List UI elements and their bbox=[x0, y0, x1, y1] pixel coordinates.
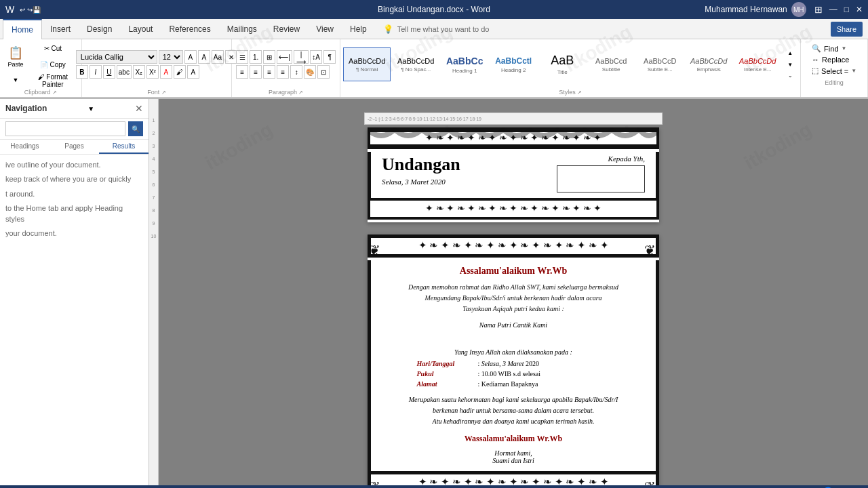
style-title-name: Title bbox=[557, 69, 568, 75]
cut-button[interactable]: ✂ Cut bbox=[28, 41, 77, 56]
page-top-section[interactable]: ✦ ❧ ✦ ❧ ✦ ❧ ✦ ❧ ✦ ❧ ✦ ❧ ✦ ❧ ✦ ❧ ✦ Undang… bbox=[368, 127, 659, 222]
maximize-btn[interactable]: □ bbox=[844, 5, 849, 14]
find-button[interactable]: 🔍 Find ▼ bbox=[806, 43, 862, 54]
subscript-button[interactable]: X₂ bbox=[133, 65, 145, 79]
alamat-label: Alamat bbox=[417, 380, 478, 388]
style-emphasis[interactable]: AaBbCcDd Emphasis bbox=[685, 47, 732, 81]
line-spacing[interactable]: ↕ bbox=[290, 65, 302, 79]
show-hide-button[interactable]: ¶ bbox=[323, 50, 336, 64]
increase-indent[interactable]: |⟶ bbox=[294, 50, 309, 64]
nav-dropdown-icon[interactable]: ▼ bbox=[87, 105, 94, 113]
tab-mailings[interactable]: Mailings bbox=[219, 19, 265, 39]
align-center[interactable]: ≡ bbox=[250, 65, 262, 79]
bold-button[interactable]: B bbox=[76, 65, 88, 79]
styles-scroll-btns: ▲ ▼ ⌄ bbox=[783, 47, 797, 81]
border-button[interactable]: ⊡ bbox=[317, 65, 330, 79]
style-subtitle[interactable]: AaBbCcd Subtitle bbox=[587, 47, 635, 81]
format-painter-group: ✂ Cut 📄 Copy 🖌 Format Painter bbox=[28, 41, 77, 88]
document-area[interactable]: -2·-1·|·1·2·3·4·5·6·7·8·9·10·11·12·13·14… bbox=[159, 99, 868, 485]
font-name-select[interactable]: Lucida Callig bbox=[76, 50, 157, 64]
wm-5: itkoding bbox=[159, 99, 341, 234]
font-row2: B I U abc X₂ X² A 🖌 A bbox=[76, 65, 237, 79]
nav-tab-results[interactable]: Results bbox=[99, 140, 149, 154]
select-button[interactable]: ⬚ Select = ▼ bbox=[806, 66, 862, 76]
nav-search-button[interactable]: 🔍 bbox=[128, 121, 143, 136]
nav-close-btn[interactable]: ✕ bbox=[135, 103, 143, 114]
paste-button[interactable]: 📋 Paste bbox=[4, 42, 27, 72]
navigation-panel: Navigation ▼ ✕ 🔍 Headings Pages Results … bbox=[0, 99, 149, 485]
style-h1[interactable]: AaBbCc Heading 1 bbox=[441, 47, 488, 81]
select-caret: ▼ bbox=[851, 68, 856, 74]
style-title[interactable]: AaB Title bbox=[538, 47, 586, 81]
styles-expand[interactable]: ⌄ bbox=[783, 70, 797, 81]
format-painter-button[interactable]: 🖌 Format Painter bbox=[28, 73, 77, 88]
tab-design[interactable]: Design bbox=[79, 19, 120, 39]
tab-view[interactable]: View bbox=[308, 19, 342, 39]
nav-line-4: to the Home tab and apply Heading styles bbox=[5, 203, 143, 224]
font-grow-button[interactable]: A bbox=[184, 50, 197, 64]
sidebar-toggle-icon[interactable]: ⊞ bbox=[814, 4, 823, 15]
font-color-button[interactable]: A bbox=[160, 65, 172, 79]
ornate-border-top: ✦ ❧ ✦ ❧ ✦ ❧ ✦ ❧ ✦ ❧ ✦ ❧ ✦ ❧ ✦ ❧ ✦ bbox=[368, 127, 659, 149]
close-btn[interactable]: ✕ bbox=[856, 5, 863, 14]
highlight-button[interactable]: 🖌 bbox=[174, 65, 186, 79]
style-h2[interactable]: AaBbCctl Heading 2 bbox=[490, 47, 537, 81]
font-size-select[interactable]: 12 bbox=[159, 50, 183, 64]
minimize-btn[interactable]: — bbox=[829, 5, 837, 14]
decrease-indent[interactable]: ⟵| bbox=[277, 50, 292, 64]
tab-insert[interactable]: Insert bbox=[42, 19, 79, 39]
body-content: Assalamu'alaikum Wr.Wb Dengan memohon ra… bbox=[368, 260, 659, 471]
style-normal[interactable]: AaBbCcDd ¶ Normal bbox=[343, 47, 391, 81]
font-label: Font ↗ bbox=[147, 89, 166, 96]
kepada-yth-box[interactable] bbox=[557, 165, 645, 192]
copy-button[interactable]: 📄 Copy bbox=[28, 57, 77, 72]
styles-scroll-up[interactable]: ▲ bbox=[783, 47, 797, 59]
justify[interactable]: ≡ bbox=[277, 65, 289, 79]
tab-review[interactable]: Review bbox=[265, 19, 308, 39]
tab-layout[interactable]: Layout bbox=[120, 19, 161, 39]
svg-rect-3 bbox=[370, 144, 656, 146]
superscript-button[interactable]: X² bbox=[146, 65, 159, 79]
style-nospace[interactable]: AaBbCcDd ¶ No Spac... bbox=[392, 47, 439, 81]
sort-button[interactable]: ↕A bbox=[310, 50, 322, 64]
para-controls: ☰ 1. ⊞ ⟵| |⟶ ↕A ¶ ≡ ≡ ≡ ≡ ↕ 🎨 ⊡ bbox=[236, 41, 336, 88]
page-bottom-section[interactable]: ✦ ❧ ✦ ❧ ✦ ❧ ✦ ❧ ✦ ❧ ✦ ❧ ✦ ❧ ✦ ❧ ✦ ❦ ❦ As… bbox=[368, 235, 659, 485]
ribbon-tab-bar: Home Insert Design Layout References Mai… bbox=[0, 19, 868, 39]
shading-button[interactable]: 🎨 bbox=[304, 65, 316, 79]
font-controls: Lucida Callig 12 A A Aa ✕ B I U abc X₂ bbox=[76, 41, 237, 88]
nav-tab-pages[interactable]: Pages bbox=[50, 140, 99, 154]
nav-tab-headings[interactable]: Headings bbox=[0, 140, 50, 154]
align-left[interactable]: ≡ bbox=[236, 65, 248, 79]
font-shrink-button[interactable]: A bbox=[198, 50, 210, 64]
search-icon: 🔍 bbox=[132, 125, 140, 133]
paste-dropdown[interactable]: ▼ bbox=[8, 73, 23, 87]
tab-references[interactable]: References bbox=[161, 19, 218, 39]
replace-button[interactable]: ↔ Replace bbox=[806, 55, 862, 64]
multilevel-button[interactable]: ⊞ bbox=[263, 50, 275, 64]
bullets-button[interactable]: ☰ bbox=[236, 50, 248, 64]
invite-name-placeholder[interactable] bbox=[384, 331, 642, 343]
tab-home[interactable]: Home bbox=[3, 19, 42, 39]
style-h2-name: Heading 2 bbox=[501, 67, 526, 73]
wm-8: itkoding bbox=[676, 99, 868, 234]
ornate-bottom-body: ✦ ❧ ✦ ❧ ✦ ❧ ✦ ❧ ✦ ❧ ✦ ❧ ✦ ❧ ✦ ❧ ✦ ❦ ❦ bbox=[368, 471, 659, 485]
text-color-button[interactable]: A bbox=[187, 65, 199, 79]
numbering-button[interactable]: 1. bbox=[250, 50, 262, 64]
paragraph-label: Paragraph ↗ bbox=[269, 89, 304, 96]
tell-me-box[interactable]: Tell me what you want to do bbox=[397, 25, 490, 33]
italic-button[interactable]: I bbox=[90, 65, 102, 79]
font-case-button[interactable]: Aa bbox=[212, 50, 224, 64]
style-intense-e[interactable]: AaBbCcDd Intense E... bbox=[734, 47, 781, 81]
styles-scroll-down[interactable]: ▼ bbox=[783, 59, 797, 70]
tab-help[interactable]: Help bbox=[342, 19, 375, 39]
ornate-border-bottom-top: ✦ ❧ ✦ ❧ ✦ ❧ ✦ ❧ ✦ ❧ ✦ ❧ ✦ ❧ ✦ ❧ ✦ bbox=[368, 198, 659, 220]
underline-button[interactable]: U bbox=[103, 65, 115, 79]
share-button[interactable]: Share bbox=[831, 22, 863, 37]
strikethrough-button[interactable]: abc bbox=[117, 65, 132, 79]
nav-search-input[interactable] bbox=[5, 121, 125, 136]
quick-access: ↩ ↪💾 bbox=[20, 6, 41, 14]
pukul-label: Pukul bbox=[417, 370, 478, 378]
align-right[interactable]: ≡ bbox=[263, 65, 275, 79]
style-subtle-emph[interactable]: AaBbCcD Subtle E... bbox=[636, 47, 684, 81]
ornate-top-body: ✦ ❧ ✦ ❧ ✦ ❧ ✦ ❧ ✦ ❧ ✦ ❧ ✦ ❧ ✦ ❧ ✦ ❦ ❦ bbox=[368, 235, 659, 258]
